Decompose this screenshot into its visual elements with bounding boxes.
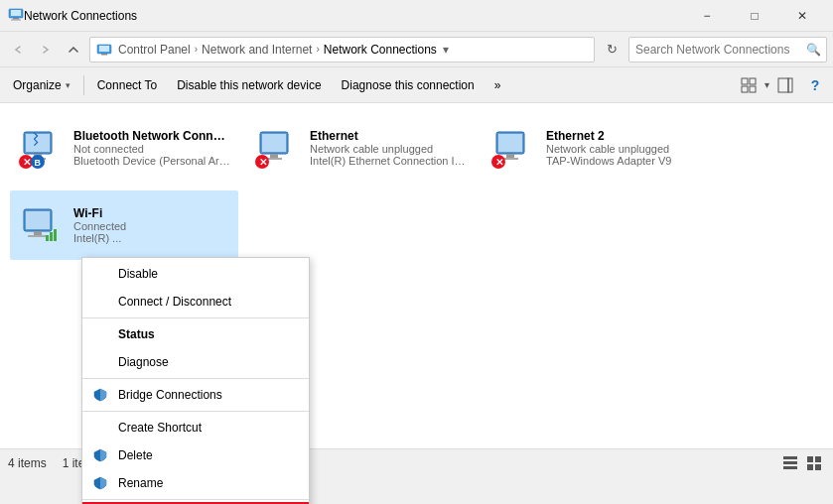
net-info-ethernet2: Ethernet 2 Network cable unplugged TAP-W…: [546, 129, 703, 167]
net-icon-wrapper-bluetooth: ✕ B: [18, 124, 66, 172]
organize-button[interactable]: Organize ▾: [4, 71, 79, 99]
net-desc-ethernet2: TAP-Windows Adapter V9: [546, 155, 703, 167]
item-count: 4 items: [8, 456, 47, 470]
svg-rect-6: [101, 54, 107, 56]
svg-rect-1: [11, 10, 21, 16]
more-button[interactable]: »: [486, 71, 510, 99]
context-menu: Disable Connect / Disconnect Status Diag…: [81, 257, 310, 504]
svg-rect-23: [270, 154, 278, 158]
breadcrumb-network-connections[interactable]: Network Connections: [324, 43, 437, 57]
maximize-button[interactable]: □: [732, 0, 777, 32]
disable-button[interactable]: Disable this network device: [168, 71, 330, 99]
net-desc-bluetooth: Bluetooth Device (Personal Area ...: [73, 155, 230, 167]
ctx-bridge-connections[interactable]: Bridge Connections: [82, 381, 309, 409]
svg-rect-42: [783, 466, 797, 469]
svg-rect-3: [11, 20, 21, 21]
ctx-diagnose[interactable]: Diagnose: [82, 348, 309, 376]
title-bar-icon: [8, 6, 24, 25]
organize-chevron: ▾: [66, 80, 70, 90]
svg-rect-45: [807, 464, 813, 470]
svg-rect-29: [506, 154, 514, 158]
svg-rect-8: [750, 78, 756, 84]
svg-rect-10: [750, 86, 756, 92]
net-icon-wrapper-ethernet2: ✕: [490, 124, 538, 172]
close-button[interactable]: ✕: [779, 0, 825, 32]
ctx-sep-2: [82, 378, 309, 379]
ctx-bridge-shield-icon: [92, 387, 108, 403]
svg-text:B: B: [35, 158, 42, 168]
ctx-sep-3: [82, 411, 309, 412]
network-item-bluetooth[interactable]: ✕ B Bluetooth Network Connection Not con…: [10, 113, 238, 183]
net-status-ethernet: Network cable unplugged: [310, 143, 467, 155]
toolbar-separator-1: [83, 75, 84, 95]
net-status-ethernet2: Network cable unplugged: [546, 143, 703, 155]
svg-rect-36: [28, 235, 46, 237]
net-info-bluetooth: Bluetooth Network Connection Not connect…: [73, 129, 230, 167]
net-name-wifi: Wi-Fi: [73, 206, 230, 220]
svg-rect-22: [262, 134, 286, 152]
breadcrumb-network-internet[interactable]: Network and Internet: [202, 43, 312, 57]
address-bar: Control Panel › Network and Internet › N…: [0, 32, 833, 67]
svg-rect-37: [46, 235, 49, 241]
change-view-button[interactable]: [735, 71, 763, 99]
net-name-ethernet: Ethernet: [310, 129, 467, 143]
forward-button[interactable]: [34, 38, 58, 62]
svg-rect-34: [26, 211, 50, 229]
status-right: [779, 452, 825, 474]
preview-pane-button[interactable]: [771, 71, 799, 99]
net-info-wifi: Wi-Fi Connected Intel(R) ...: [73, 206, 230, 244]
ctx-rename-shield-icon: [92, 475, 108, 491]
view-dropdown-icon[interactable]: ▾: [764, 79, 769, 90]
svg-text:✕: ✕: [495, 157, 503, 168]
svg-rect-38: [50, 232, 53, 241]
ctx-status[interactable]: Status: [82, 320, 309, 348]
svg-rect-9: [742, 86, 748, 92]
main-content: ✕ B Bluetooth Network Connection Not con…: [0, 103, 833, 476]
minimize-button[interactable]: −: [684, 0, 730, 32]
network-item-ethernet[interactable]: ✕ Ethernet Network cable unplugged Intel…: [246, 113, 475, 183]
help-button[interactable]: ?: [801, 71, 829, 99]
svg-rect-5: [99, 46, 109, 52]
title-bar-controls: − □ ✕: [684, 0, 825, 32]
ctx-sep-1: [82, 317, 309, 318]
ctx-delete-shield-icon: [92, 447, 108, 463]
up-button[interactable]: [62, 38, 85, 62]
svg-rect-28: [498, 134, 522, 152]
network-item-wifi[interactable]: Wi-Fi Connected Intel(R) ...: [10, 190, 238, 260]
net-name-bluetooth: Bluetooth Network Connection: [73, 129, 230, 143]
title-bar: Network Connections − □ ✕: [0, 0, 833, 32]
breadcrumb-control-panel[interactable]: Control Panel: [118, 43, 191, 57]
ctx-disable[interactable]: Disable: [82, 260, 309, 288]
net-info-ethernet: Ethernet Network cable unplugged Intel(R…: [310, 129, 467, 167]
svg-rect-43: [807, 456, 813, 462]
svg-rect-46: [815, 464, 821, 470]
refresh-button[interactable]: ↻: [599, 37, 625, 63]
net-icon-wrapper-wifi: [18, 201, 66, 249]
network-item-ethernet2[interactable]: ✕ Ethernet 2 Network cable unplugged TAP…: [483, 113, 711, 183]
ctx-sep-4: [82, 499, 309, 500]
net-desc-ethernet: Intel(R) Ethernet Connection I219...: [310, 155, 467, 167]
svg-rect-11: [778, 78, 788, 92]
search-input[interactable]: [628, 37, 827, 63]
svg-text:✕: ✕: [259, 157, 267, 168]
toolbar: Organize ▾ Connect To Disable this netwo…: [0, 67, 833, 103]
ctx-rename[interactable]: Rename: [82, 469, 309, 497]
svg-rect-12: [788, 78, 792, 92]
svg-rect-35: [34, 231, 42, 235]
net-icon-wrapper-ethernet: ✕: [254, 124, 302, 172]
ctx-connect-disconnect[interactable]: Connect / Disconnect: [82, 288, 309, 315]
ctx-create-shortcut[interactable]: Create Shortcut: [82, 414, 309, 441]
net-name-ethernet2: Ethernet 2: [546, 129, 703, 143]
breadcrumb[interactable]: Control Panel › Network and Internet › N…: [89, 37, 595, 63]
search-wrapper: 🔍: [628, 37, 827, 63]
details-view-button[interactable]: [779, 452, 801, 474]
svg-rect-40: [783, 456, 797, 459]
diagnose-button[interactable]: Diagnose this connection: [333, 71, 484, 99]
connect-to-button[interactable]: Connect To: [88, 71, 167, 99]
svg-rect-14: [26, 134, 50, 152]
large-icons-view-button[interactable]: [803, 452, 825, 474]
toolbar-right: ▾ ?: [735, 71, 829, 99]
ctx-delete[interactable]: Delete: [82, 441, 309, 469]
svg-text:✕: ✕: [23, 157, 31, 168]
back-button[interactable]: [6, 38, 30, 62]
